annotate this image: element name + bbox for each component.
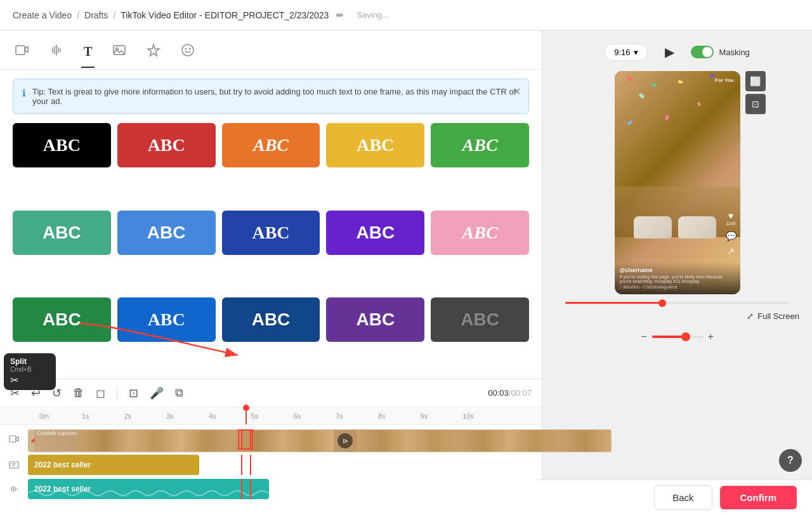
style-card-12[interactable]: ABC bbox=[117, 297, 216, 342]
style-card-15[interactable]: ABC bbox=[431, 297, 529, 342]
preview-controls-bottom: ⤢ Full Screen bbox=[553, 311, 802, 321]
ruler-mark-7s: 7s bbox=[334, 412, 377, 420]
fullscreen-label: Full Screen bbox=[757, 311, 799, 321]
help-button[interactable]: ? bbox=[779, 449, 802, 472]
svg-point-5 bbox=[189, 48, 191, 50]
timeline-area: Split Cmd+B ✂ ✂ ↩ ↺ 🗑 ◻ ⊡ 🎤 ⧉ 00:03/00:0… bbox=[0, 379, 542, 515]
comment-icon: 💬 bbox=[726, 231, 737, 241]
video-label-small: 📌 bbox=[29, 430, 34, 452]
delete-button[interactable]: 🗑 bbox=[73, 386, 84, 400]
style-card-9[interactable]: ABC bbox=[326, 211, 424, 255]
style-card-13[interactable]: ABC bbox=[222, 297, 320, 342]
align-button[interactable]: ⊡ bbox=[129, 386, 138, 400]
aspect-ratio-select[interactable]: 9:16 ▾ bbox=[605, 44, 648, 61]
style-card-10[interactable]: ABC bbox=[431, 211, 529, 255]
fullscreen-button[interactable]: ⤢ Full Screen bbox=[747, 311, 799, 321]
zoom-in-button[interactable]: + bbox=[708, 331, 714, 342]
tab-bar: T bbox=[0, 30, 542, 70]
preview-sidebar-actions: ♥ 1245 💬 ↗ bbox=[726, 211, 737, 256]
for-you-label: For You bbox=[715, 77, 733, 83]
audio-track-clip[interactable]: 2022 best seller bbox=[28, 479, 269, 499]
tip-close-button[interactable]: ✕ bbox=[513, 86, 521, 98]
timeline-toolbar: Split Cmd+B ✂ ✂ ↩ ↺ 🗑 ◻ ⊡ 🎤 ⧉ 00:03/00:0… bbox=[0, 379, 542, 407]
audio-track-content[interactable]: 2022 best seller bbox=[28, 479, 537, 499]
time-total: 00:07 bbox=[511, 388, 532, 398]
erase-button[interactable]: ◻ bbox=[96, 386, 105, 400]
masking-toggle-switch[interactable] bbox=[691, 46, 714, 58]
erase-tool-button[interactable]: ⬜ bbox=[745, 71, 766, 91]
style-card-11[interactable]: ABC bbox=[13, 297, 111, 342]
timeline-scroll[interactable]: 0m1s2s3s4s5s6s7s8s9s10s bbox=[0, 407, 542, 515]
video-track-clip[interactable]: 📌 Confetti cannon ⊳ bbox=[28, 429, 612, 452]
zoom-fill bbox=[652, 336, 683, 338]
ruler-mark-1s: 1s bbox=[81, 412, 123, 420]
confetti-6 bbox=[627, 121, 632, 125]
style-card-8[interactable]: ABC bbox=[222, 211, 320, 255]
audio-split-right bbox=[250, 479, 251, 499]
preview-username: @Username bbox=[620, 267, 735, 273]
video-track-content[interactable]: 📌 Confetti cannon ⊳ bbox=[28, 429, 612, 450]
text-track-clip[interactable]: 2022 best seller bbox=[28, 455, 199, 475]
play-button[interactable]: ▶ bbox=[658, 41, 681, 63]
confetti-4 bbox=[638, 93, 644, 98]
ruler-mark-10s: 10s bbox=[461, 412, 504, 420]
shoe-right bbox=[678, 216, 716, 238]
zoom-slider[interactable] bbox=[652, 336, 703, 338]
tab-video[interactable] bbox=[13, 38, 32, 69]
confetti-5 bbox=[697, 101, 700, 106]
audio-track-label: 2022 best seller bbox=[34, 485, 91, 493]
tab-stickers[interactable] bbox=[178, 38, 197, 69]
svg-point-4 bbox=[185, 48, 187, 50]
tracks-container: 📌 Confetti cannon ⊳ bbox=[0, 425, 542, 502]
tab-audio[interactable] bbox=[47, 38, 66, 69]
aspect-ratio-value: 9:16 bbox=[614, 48, 630, 57]
style-card-14[interactable]: ABC bbox=[326, 297, 424, 342]
ruler-mark-5s: 5s bbox=[250, 412, 292, 420]
zoom-out-button[interactable]: − bbox=[641, 331, 646, 342]
preview-footer: @Username If you're visiting this page, … bbox=[615, 262, 740, 294]
breadcrumb-project: TikTok Video Editor - EDITOR_PROJECT_2/2… bbox=[121, 10, 329, 20]
style-grid: ABCABCABCABCABCABCABCABCABCABCABCABCABCA… bbox=[0, 123, 542, 379]
stickers-icon bbox=[181, 43, 195, 57]
style-card-2[interactable]: ABC bbox=[117, 123, 216, 167]
preview-container: For You @Username If you're visiting thi… bbox=[615, 71, 740, 294]
svg-rect-0 bbox=[16, 46, 25, 55]
text-track-row: 2022 best seller bbox=[0, 453, 542, 477]
confetti-2 bbox=[652, 83, 657, 87]
style-card-7[interactable]: ABC bbox=[117, 211, 216, 255]
crop-tool-button[interactable]: ⊡ bbox=[745, 94, 766, 114]
back-button[interactable]: Back bbox=[654, 485, 712, 510]
audio-split-left bbox=[241, 479, 242, 499]
masking-label: Masking bbox=[719, 48, 749, 57]
style-card-4[interactable]: ABC bbox=[326, 123, 424, 167]
bottom-action-bar: Back Confirm bbox=[539, 479, 812, 515]
edit-title-icon[interactable]: ✏ bbox=[336, 10, 344, 20]
tab-text[interactable]: T bbox=[81, 39, 95, 68]
preview-progress-bar[interactable] bbox=[565, 302, 789, 304]
shoe-left bbox=[634, 216, 672, 238]
audio-track-icon bbox=[5, 480, 23, 498]
left-panel: T ℹ Tip: Text is great to give more info… bbox=[0, 30, 542, 515]
masking-toggle-container: Masking bbox=[691, 46, 749, 58]
ruler-playhead bbox=[246, 407, 247, 424]
confirm-button[interactable]: Confirm bbox=[720, 486, 797, 509]
breadcrumb-sep-1: / bbox=[77, 10, 79, 20]
main-layout: T ℹ Tip: Text is great to give more info… bbox=[0, 30, 812, 515]
ruler-mark-9s: 9s bbox=[419, 412, 462, 420]
style-card-5[interactable]: ABC bbox=[431, 123, 529, 167]
preview-song: ♪ Woohoo - ChristinaAguilera bbox=[620, 285, 735, 289]
style-card-3[interactable]: ABC bbox=[222, 123, 320, 167]
breadcrumb-create[interactable]: Create a Video bbox=[13, 10, 72, 20]
aspect-ratio-chevron: ▾ bbox=[634, 48, 638, 57]
time-current: 00:03 bbox=[488, 388, 509, 398]
timeline-ruler: 0m1s2s3s4s5s6s7s8s9s10s bbox=[0, 407, 542, 425]
copy-button[interactable]: ⧉ bbox=[175, 386, 183, 400]
voiceover-button[interactable]: 🎤 bbox=[150, 386, 164, 400]
tab-image[interactable] bbox=[110, 38, 129, 69]
breadcrumb-drafts[interactable]: Drafts bbox=[84, 10, 108, 20]
tab-effects[interactable] bbox=[144, 38, 163, 69]
preview-controls-top: 9:16 ▾ ▶ Masking bbox=[553, 41, 802, 63]
style-card-1[interactable]: ABC bbox=[13, 123, 111, 167]
style-card-6[interactable]: ABC bbox=[13, 211, 111, 255]
text-track-content[interactable]: 2022 best seller bbox=[28, 455, 537, 475]
